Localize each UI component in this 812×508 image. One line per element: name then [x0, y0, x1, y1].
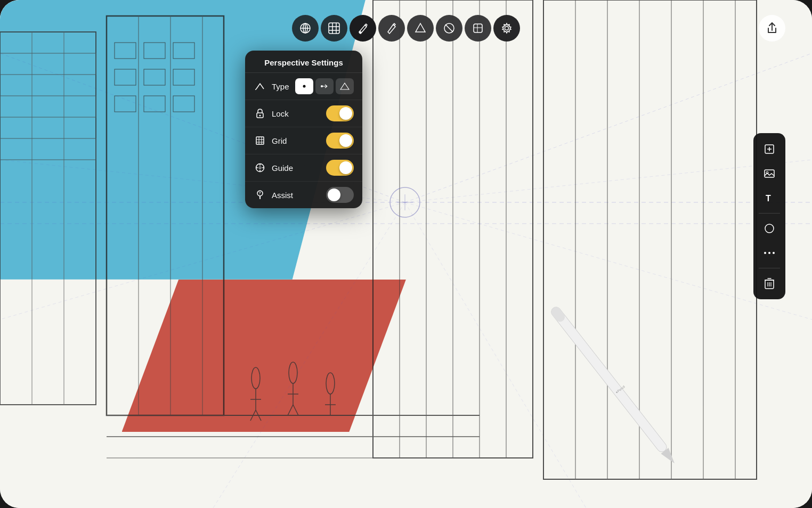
grid-icon — [254, 136, 266, 145]
svg-point-70 — [359, 31, 361, 34]
adjustments-button[interactable] — [321, 15, 347, 42]
svg-rect-74 — [474, 24, 482, 32]
insert-image-button[interactable] — [756, 162, 783, 185]
canvas-area: Perspective Settings Type — [0, 0, 812, 508]
svg-rect-25 — [173, 69, 194, 85]
assist-label: Assist — [272, 191, 326, 200]
svg-point-79 — [303, 85, 306, 88]
svg-point-50 — [289, 362, 297, 383]
assist-icon: ? — [254, 190, 266, 200]
lock-row: Lock — [245, 100, 362, 127]
more-button[interactable] — [756, 241, 783, 265]
assist-row: ? Assist — [245, 182, 362, 208]
guide-label: Guide — [272, 163, 326, 173]
layers-button[interactable] — [465, 15, 491, 42]
svg-line-54 — [293, 405, 298, 415]
svg-rect-14 — [0, 96, 96, 117]
svg-rect-27 — [144, 96, 165, 112]
right-panel: T — [753, 133, 785, 299]
svg-text:T: T — [766, 194, 771, 203]
sketch-lines — [0, 0, 812, 508]
svg-point-86 — [259, 115, 261, 117]
add-text-button[interactable]: T — [756, 186, 783, 210]
type-btn-1pt[interactable] — [295, 78, 313, 94]
svg-rect-15 — [0, 138, 96, 160]
panel-divider-2 — [759, 268, 780, 268]
svg-point-108 — [764, 252, 766, 254]
svg-rect-28 — [173, 96, 194, 112]
erase-button[interactable] — [407, 15, 434, 42]
type-row: Type — [245, 73, 362, 100]
svg-rect-104 — [765, 170, 774, 177]
svg-rect-26 — [115, 96, 136, 112]
svg-text:?: ? — [259, 191, 261, 195]
guide-toggle[interactable] — [326, 160, 354, 176]
no-symbol-button[interactable] — [436, 15, 462, 42]
svg-rect-87 — [256, 137, 264, 144]
svg-point-45 — [251, 367, 260, 389]
svg-point-109 — [768, 252, 770, 254]
assist-toggle[interactable] — [326, 187, 354, 203]
brush-button[interactable] — [350, 15, 376, 42]
panel-title: Perspective Settings — [245, 51, 362, 73]
svg-line-78 — [255, 89, 256, 90]
guide-row: Guide — [245, 154, 362, 182]
svg-rect-22 — [173, 43, 194, 59]
type-label: Type — [272, 82, 295, 91]
svg-line-73 — [445, 24, 453, 32]
delete-button[interactable] — [756, 272, 783, 295]
svg-point-110 — [773, 252, 775, 254]
smudge-button[interactable] — [378, 15, 405, 42]
svg-line-53 — [288, 405, 293, 415]
lock-label: Lock — [272, 109, 326, 118]
grid-toggle[interactable] — [326, 133, 354, 149]
svg-rect-65 — [329, 23, 339, 34]
sketch-background: Perspective Settings Type — [0, 0, 812, 508]
svg-rect-20 — [115, 43, 136, 59]
svg-point-55 — [326, 373, 335, 394]
type-selector — [295, 78, 354, 94]
top-toolbar — [292, 15, 520, 42]
lock-toggle[interactable] — [326, 105, 354, 121]
type-icon — [254, 83, 266, 90]
guide-icon — [254, 163, 266, 173]
svg-marker-71 — [416, 23, 425, 32]
type-btn-3pt[interactable] — [336, 78, 354, 94]
svg-point-93 — [259, 167, 261, 169]
lock-icon — [254, 109, 266, 118]
transform-button[interactable] — [292, 15, 319, 42]
svg-line-5 — [405, 160, 812, 202]
panel-divider — [759, 213, 780, 214]
ipad-frame: Perspective Settings Type — [0, 0, 812, 508]
svg-rect-13 — [0, 53, 96, 75]
grid-label: Grid — [272, 136, 326, 145]
svg-rect-21 — [144, 43, 165, 59]
svg-rect-23 — [115, 69, 136, 85]
svg-line-7 — [405, 202, 812, 319]
settings-button[interactable] — [493, 15, 520, 42]
svg-line-3 — [405, 53, 812, 202]
svg-line-9 — [405, 202, 586, 508]
type-btn-2pt[interactable] — [315, 78, 334, 94]
svg-rect-10 — [0, 32, 96, 405]
svg-point-107 — [765, 224, 774, 233]
add-shape-button[interactable] — [756, 217, 783, 240]
new-layer-button[interactable] — [756, 137, 783, 161]
svg-line-8 — [213, 202, 405, 508]
svg-marker-84 — [340, 83, 349, 89]
svg-rect-24 — [144, 69, 165, 85]
svg-point-77 — [505, 27, 509, 30]
perspective-settings-panel: Perspective Settings Type — [245, 51, 362, 208]
share-button[interactable] — [759, 15, 785, 42]
grid-row: Grid — [245, 127, 362, 154]
